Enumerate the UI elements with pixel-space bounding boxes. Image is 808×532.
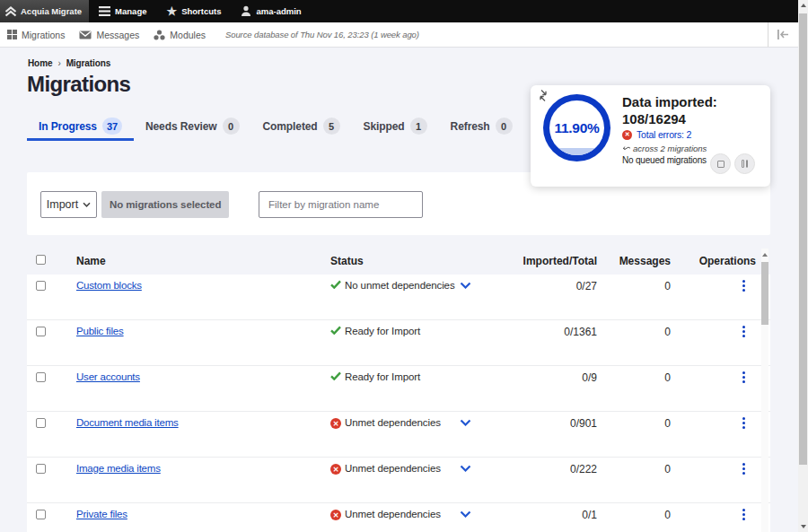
collapse-card-icon[interactable] [537,89,549,103]
operations-menu-icon[interactable] [742,509,745,520]
status-chevron-icon[interactable] [460,282,471,289]
messages-count: 0 [581,280,671,292]
error-icon: ✕ [622,130,632,140]
toolbar-item-label: Migrations [22,30,65,40]
progress-percent: 11.90% [549,100,604,155]
page-title: Migrations [27,72,130,97]
toolbar-item-messages[interactable]: Messages [72,30,146,40]
import-dropdown-button[interactable]: Import [40,191,97,218]
pause-button[interactable] [734,153,755,174]
operations-menu-icon[interactable] [742,371,745,383]
operations-menu-icon[interactable] [742,463,745,475]
migration-name-link[interactable]: Document media items [76,417,179,428]
row-checkbox[interactable] [36,510,46,519]
admin-item-manage[interactable]: Manage [89,0,156,22]
migration-name-link[interactable]: Private files [76,509,127,519]
toolbar-item-modules[interactable]: Modules [146,30,213,40]
breadcrumb-current-link[interactable]: Migrations [66,58,111,68]
status-text: No unmet dependencies [345,280,455,291]
errors-scope-note: across 2 migrations [622,144,707,153]
status-text: Ready for Import [345,326,420,336]
messages-count: 0 [581,509,671,521]
row-checkbox[interactable] [36,327,46,336]
tabs: In Progress37Needs Review0Completed5Skip… [27,114,524,141]
status-ok-icon [330,371,341,383]
migration-name-link[interactable]: Public files [76,326,124,336]
admin-item-shortcuts[interactable]: ★ Shortcuts [156,0,231,22]
page-scrollbar[interactable] [798,0,808,532]
migration-name-link[interactable]: Custom blocks [76,280,142,291]
toolbar-item-migrations[interactable]: Migrations [0,30,72,40]
tab-skipped[interactable]: Skipped1 [352,114,439,138]
status-chevron-icon[interactable] [460,419,471,426]
messages-count: 0 [581,326,671,338]
status-ok-icon [330,279,341,292]
status-chevron-icon[interactable] [460,510,471,518]
total-errors-link[interactable]: ✕ Total errors: 2 [622,129,691,140]
stop-icon [717,161,725,168]
tab-count-badge: 5 [323,118,340,135]
envelope-icon [79,31,92,39]
select-all-checkbox[interactable] [36,255,46,265]
stop-button[interactable] [710,153,731,174]
imported-total: 0/9 [480,371,597,384]
table-scrollbar[interactable] [761,249,768,532]
breadcrumb-separator: › [57,58,60,68]
data-imported-line2: 108/16294 [622,110,717,127]
messages-count: 0 [581,417,671,430]
admin-item-user[interactable]: ama-admin [231,0,311,22]
page-scrollbar-thumb[interactable] [799,13,807,465]
operations-menu-icon[interactable] [742,417,745,429]
breadcrumb: Home › Migrations [28,58,110,68]
row-checkbox[interactable] [36,372,46,382]
row-checkbox[interactable] [36,464,46,474]
status-text: Ready for Import [345,371,420,382]
migration-name-link[interactable]: User accounts [76,371,140,382]
import-progress-card: 11.90% Data imported: 108/16294 ✕ Total … [531,85,770,187]
screen: Acquia Migrate Manage ★ Shortcuts ama-ad… [0,0,808,532]
collapse-left-icon [777,30,790,39]
col-header-imported: Imported/Total [480,255,597,267]
status-error-icon: ✕ [330,510,341,520]
page-scroll-up-icon[interactable] [801,4,806,7]
imported-total: 0/27 [480,280,597,292]
modules-icon [154,30,165,40]
secondary-toolbar: Migrations Messages Modules Source datab… [0,22,798,48]
filter-migration-input[interactable] [259,191,423,218]
data-imported-line1: Data imported: [622,93,717,110]
table-row: User accountsReady for Import0/90 [27,366,770,412]
table-header: Name Status Imported/Total Messages Oper… [27,248,770,275]
breadcrumb-home-link[interactable]: Home [28,58,52,68]
messages-count: 0 [581,371,671,384]
scroll-up-arrow-icon[interactable] [762,253,768,257]
toolbar-item-label: Messages [96,30,139,40]
queue-note: No queued migrations [622,155,707,165]
scope-note-text: across 2 migrations [633,144,707,153]
migration-name-link[interactable]: Image media items [76,463,161,474]
progress-ring: 11.90% [543,94,610,161]
status-chevron-icon[interactable] [460,465,471,472]
tab-count-badge: 1 [410,118,427,135]
table-row: Document media items✕Unmet dependencies0… [27,412,770,458]
page-scroll-down-icon[interactable] [801,525,806,528]
tab-refresh[interactable]: Refresh0 [439,114,524,138]
col-header-status: Status [330,255,364,267]
operations-menu-icon[interactable] [742,280,745,292]
imported-total: 0/901 [480,417,597,430]
toolbar-collapse-button[interactable] [768,22,798,47]
admin-item-label: Shortcuts [181,6,221,16]
source-database-note: Source database of Thu Nov 16, 23:23 (1 … [225,30,419,39]
tab-count-badge: 0 [223,118,240,135]
imported-total: 0/1 [480,509,597,521]
tab-in-progress[interactable]: In Progress37 [27,114,134,138]
row-checkbox[interactable] [36,281,46,291]
acquia-migrate-brand[interactable]: Acquia Migrate [0,0,89,22]
no-migrations-selected-button: No migrations selected [101,191,229,218]
row-checkbox[interactable] [36,418,46,428]
tab-needs-review[interactable]: Needs Review0 [134,114,251,138]
user-icon [241,5,251,17]
tab-completed[interactable]: Completed5 [251,114,352,138]
operations-menu-icon[interactable] [742,326,745,337]
migrations-table: Name Status Imported/Total Messages Oper… [27,248,770,532]
table-scrollbar-thumb[interactable] [761,262,768,325]
